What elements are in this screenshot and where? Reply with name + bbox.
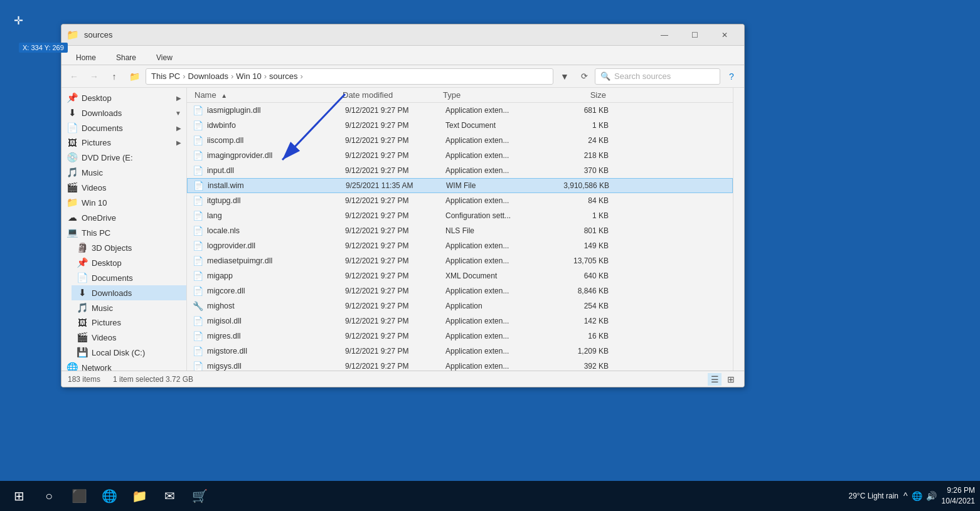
explorer-button[interactable]: 📁 bbox=[125, 482, 153, 510]
store-button[interactable]: 🛒 bbox=[186, 482, 213, 510]
tab-view[interactable]: View bbox=[147, 50, 182, 65]
network-status-icon[interactable]: 🌐 bbox=[912, 491, 922, 501]
edge-button[interactable]: 🌐 bbox=[95, 482, 123, 510]
file-type-15: Application exten... bbox=[445, 332, 546, 340]
table-row[interactable]: 🔧 mighost 9/12/2021 9:27 PM Application … bbox=[187, 298, 733, 313]
sidebar-item-label: Local Disk (C:) bbox=[92, 348, 145, 357]
sidebar-item-label: DVD Drive (E: bbox=[82, 153, 133, 162]
sidebar-item-label: Music bbox=[92, 303, 113, 313]
sidebar-item-label: Network bbox=[82, 363, 112, 371]
sidebar-item-win10[interactable]: 📁 Win 10 bbox=[61, 195, 186, 210]
tab-home[interactable]: Home bbox=[67, 50, 105, 65]
table-row[interactable]: 📄 imagingprovider.dll 9/12/2021 9:27 PM … bbox=[187, 148, 733, 163]
file-name-4: input.dll bbox=[207, 166, 345, 175]
sidebar-item-label: Win 10 bbox=[82, 198, 107, 208]
breadcrumb-this-pc[interactable]: This PC bbox=[151, 71, 180, 81]
file-list-header[interactable]: Name ▲ Date modified Type Size bbox=[187, 88, 733, 103]
sidebar-item-network[interactable]: 🌐 Network bbox=[61, 360, 186, 371]
file-type-4: Application exten... bbox=[445, 166, 546, 175]
refresh-button[interactable]: ⟳ bbox=[576, 68, 592, 85]
close-button[interactable]: ✕ bbox=[710, 24, 739, 46]
table-row[interactable]: 📄 migisol.dll 9/12/2021 9:27 PM Applicat… bbox=[187, 313, 733, 329]
breadcrumb-downloads[interactable]: Downloads bbox=[188, 71, 228, 81]
maximize-button[interactable]: ☐ bbox=[680, 24, 709, 46]
col-header-size[interactable]: Size bbox=[543, 90, 606, 100]
cursor-coords-label: X: 334 Y: 269 bbox=[19, 43, 68, 53]
file-date-15: 9/12/2021 9:27 PM bbox=[345, 332, 445, 340]
file-date-5: 9/25/2021 11:35 AM bbox=[346, 181, 446, 190]
up-button[interactable]: ↑ bbox=[105, 68, 123, 85]
sidebar-item-videos-quick[interactable]: 🎬 Videos bbox=[61, 180, 186, 195]
sidebar-item-videos-main[interactable]: 🎬 Videos bbox=[72, 330, 186, 345]
tab-share[interactable]: Share bbox=[107, 50, 146, 65]
breadcrumb-sep-1: › bbox=[183, 71, 185, 81]
sidebar-item-this-pc[interactable]: 💻 This PC bbox=[61, 225, 186, 240]
table-row[interactable]: 📄 logprovider.dll 9/12/2021 9:27 PM Appl… bbox=[187, 238, 733, 253]
file-type-6: Application exten... bbox=[445, 196, 546, 205]
sidebar-item-music-quick[interactable]: 🎵 Music bbox=[61, 165, 186, 180]
col-header-type[interactable]: Type bbox=[443, 90, 543, 100]
window-icon: 📁 bbox=[67, 29, 79, 41]
chevron-up-icon[interactable]: ^ bbox=[903, 491, 908, 501]
table-row[interactable]: 📄 migapp 9/12/2021 9:27 PM XML Document … bbox=[187, 268, 733, 283]
table-row[interactable]: 📄 iasmigplugin.dll 9/12/2021 9:27 PM App… bbox=[187, 103, 733, 118]
table-row[interactable]: 📄 locale.nls 9/12/2021 9:27 PM NLS File … bbox=[187, 223, 733, 238]
search-bar[interactable]: 🔍 Search sources bbox=[595, 68, 720, 85]
taskbar-clock[interactable]: 9:26 PM 10/4/2021 bbox=[942, 485, 975, 507]
tiles-view-button[interactable]: ⊞ bbox=[724, 373, 738, 386]
breadcrumb[interactable]: This PC › Downloads › Win 10 › sources › bbox=[146, 68, 553, 85]
dropdown-button[interactable]: ▼ bbox=[556, 68, 573, 85]
table-row[interactable]: 📄 idwbinfo 9/12/2021 9:27 PM Text Docume… bbox=[187, 118, 733, 133]
right-scroll-area[interactable] bbox=[733, 88, 744, 371]
table-row[interactable]: 📄 migres.dll 9/12/2021 9:27 PM Applicati… bbox=[187, 329, 733, 344]
file-icon-8: 📄 bbox=[192, 226, 203, 236]
task-view-button[interactable]: ⬛ bbox=[65, 482, 93, 510]
file-date-16: 9/12/2021 9:27 PM bbox=[345, 347, 445, 356]
back-button[interactable]: ← bbox=[65, 68, 83, 85]
file-name-8: locale.nls bbox=[207, 226, 345, 235]
file-explorer-window: 📁 sources — ☐ ✕ Home Share View ← → ↑ 📁 … bbox=[61, 24, 745, 387]
table-row[interactable]: 📄 itgtupg.dll 9/12/2021 9:27 PM Applicat… bbox=[187, 193, 733, 208]
sidebar-item-music-main[interactable]: 🎵 Music bbox=[72, 300, 186, 315]
file-name-17: migsys.dll bbox=[207, 362, 345, 371]
sidebar-item-dvd[interactable]: 💿 DVD Drive (E: bbox=[61, 150, 186, 165]
col-header-name[interactable]: Name ▲ bbox=[192, 90, 343, 100]
breadcrumb-sources[interactable]: sources bbox=[269, 71, 298, 81]
sidebar-item-onedrive[interactable]: ☁ OneDrive bbox=[61, 210, 186, 225]
table-row[interactable]: 📄 migsys.dll 9/12/2021 9:27 PM Applicati… bbox=[187, 359, 733, 371]
file-icon-5: 📄 bbox=[193, 181, 204, 191]
sidebar-item-3d-objects[interactable]: 🗿 3D Objects bbox=[72, 240, 186, 255]
table-row[interactable]: 📄 migcore.dll 9/12/2021 9:27 PM Applicat… bbox=[187, 283, 733, 298]
table-row[interactable]: 📄 install.wim 9/25/2021 11:35 AM WIM Fil… bbox=[187, 178, 733, 193]
sidebar-item-pictures-main[interactable]: 🖼 Pictures bbox=[72, 315, 186, 330]
sidebar-item-label: This PC bbox=[82, 228, 110, 238]
start-button[interactable]: ⊞ bbox=[5, 482, 33, 510]
breadcrumb-win10[interactable]: Win 10 bbox=[236, 71, 261, 81]
3d-objects-icon: 🗿 bbox=[77, 242, 88, 253]
table-row[interactable]: 📄 input.dll 9/12/2021 9:27 PM Applicatio… bbox=[187, 163, 733, 178]
sidebar-item-downloads-main[interactable]: ⬇ Downloads bbox=[72, 285, 186, 300]
taskbar-right: 29°C Light rain ^ 🌐 🔊 9:26 PM 10/4/2021 bbox=[849, 485, 975, 507]
search-button[interactable]: ○ bbox=[35, 482, 63, 510]
file-icon-13: 🔧 bbox=[192, 301, 203, 311]
sidebar-item-downloads-quick[interactable]: ⬇ Downloads ▼ bbox=[61, 105, 186, 120]
sidebar-item-documents-main[interactable]: 📄 Documents bbox=[72, 270, 186, 285]
file-name-6: itgtupg.dll bbox=[207, 196, 345, 205]
forward-button[interactable]: → bbox=[85, 68, 103, 85]
sidebar-item-documents-quick[interactable]: 📄 Documents ▶ bbox=[61, 120, 186, 135]
table-row[interactable]: 📄 migstore.dll 9/12/2021 9:27 PM Applica… bbox=[187, 344, 733, 359]
volume-icon[interactable]: 🔊 bbox=[926, 491, 937, 501]
sidebar-item-desktop-main[interactable]: 📌 Desktop bbox=[72, 255, 186, 270]
help-button[interactable]: ? bbox=[723, 68, 740, 85]
sidebar-item-pictures-quick[interactable]: 🖼 Pictures ▶ bbox=[61, 135, 186, 150]
minimize-button[interactable]: — bbox=[650, 24, 679, 46]
mail-button[interactable]: ✉ bbox=[156, 482, 183, 510]
sidebar-item-local-disk-c[interactable]: 💾 Local Disk (C:) bbox=[72, 345, 186, 360]
details-view-button[interactable]: ☰ bbox=[708, 373, 722, 386]
file-date-2: 9/12/2021 9:27 PM bbox=[345, 136, 445, 145]
sidebar-item-desktop-quick[interactable]: 📌 Desktop ▶ bbox=[61, 90, 186, 105]
table-row[interactable]: 📄 mediasetpuimgr.dll 9/12/2021 9:27 PM A… bbox=[187, 253, 733, 268]
col-header-date[interactable]: Date modified bbox=[343, 90, 443, 100]
table-row[interactable]: 📄 iiscomp.dll 9/12/2021 9:27 PM Applicat… bbox=[187, 133, 733, 148]
table-row[interactable]: 📄 lang 9/12/2021 9:27 PM Configuration s… bbox=[187, 208, 733, 223]
